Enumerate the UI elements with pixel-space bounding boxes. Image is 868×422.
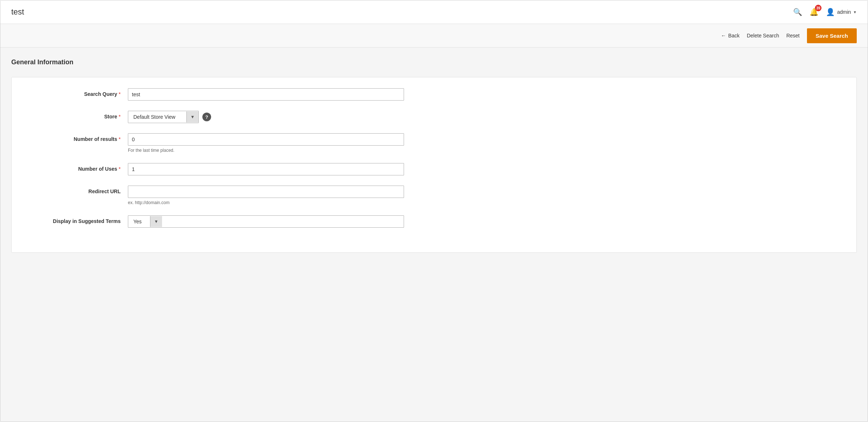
page-wrapper: test 🔍 🔔 39 👤 admin ▼ ← Back Delete Sear… xyxy=(0,0,868,422)
redirect-url-label: Redirect URL xyxy=(88,188,121,194)
store-select-container[interactable]: Default Store View ▼ xyxy=(128,111,199,123)
user-name: admin xyxy=(837,9,851,15)
arrow-left-icon: ← xyxy=(721,33,726,38)
store-row: Store * Default Store View ▼ ? xyxy=(26,111,842,123)
search-query-label-wrapper: Search Query * xyxy=(26,88,128,97)
search-query-field-wrapper xyxy=(128,88,404,101)
num-results-label-wrapper: Number of results * xyxy=(26,133,128,142)
back-label: Back xyxy=(728,33,739,38)
page-title: test xyxy=(11,7,24,17)
num-uses-input[interactable] xyxy=(128,163,404,175)
user-menu[interactable]: 👤 admin ▼ xyxy=(826,8,857,16)
store-field-wrapper: Default Store View ▼ ? xyxy=(128,111,404,123)
user-icon: 👤 xyxy=(826,8,835,16)
store-label-wrapper: Store * xyxy=(26,111,128,119)
search-query-label: Search Query xyxy=(84,91,117,97)
save-search-button[interactable]: Save Search xyxy=(807,28,857,43)
num-uses-row: Number of Uses * xyxy=(26,163,842,175)
num-results-input[interactable] xyxy=(128,133,404,146)
num-uses-required: * xyxy=(119,166,121,172)
form-section: Search Query * Store * Default Store Vie… xyxy=(11,77,857,253)
delete-search-button[interactable]: Delete Search xyxy=(747,33,779,38)
num-results-label: Number of results xyxy=(74,136,117,142)
back-button[interactable]: ← Back xyxy=(721,33,739,38)
num-uses-label: Number of Uses xyxy=(78,166,117,172)
redirect-url-input[interactable] xyxy=(128,186,404,198)
search-query-input[interactable] xyxy=(128,88,404,101)
store-select-dropdown-button[interactable]: ▼ xyxy=(186,111,198,122)
action-bar: ← Back Delete Search Reset Save Search xyxy=(0,24,868,48)
main-content: General Information Search Query * Store… xyxy=(0,48,868,264)
num-results-field-wrapper: For the last time placed. xyxy=(128,133,404,153)
suggested-terms-value: Yes xyxy=(128,216,150,227)
notification-badge: 39 xyxy=(815,5,821,11)
num-results-row: Number of results * For the last time pl… xyxy=(26,133,842,153)
notification-bell[interactable]: 🔔 39 xyxy=(810,8,819,16)
suggested-terms-label: Display in Suggested Terms xyxy=(53,218,121,224)
suggested-terms-dropdown-button[interactable]: ▼ xyxy=(150,216,162,227)
search-query-row: Search Query * xyxy=(26,88,842,101)
store-label: Store xyxy=(104,114,117,119)
num-results-required: * xyxy=(119,136,121,142)
section-title: General Information xyxy=(11,58,857,66)
store-select-value: Default Store View xyxy=(128,111,186,123)
num-results-hint: For the last time placed. xyxy=(128,148,404,153)
redirect-url-field-wrapper: ex. http://domain.com xyxy=(128,186,404,205)
search-query-required: * xyxy=(119,91,121,97)
redirect-url-row: Redirect URL ex. http://domain.com xyxy=(26,186,842,205)
redirect-url-label-wrapper: Redirect URL xyxy=(26,186,128,194)
redirect-url-hint: ex. http://domain.com xyxy=(128,200,404,205)
suggested-terms-field-wrapper: Yes ▼ xyxy=(128,215,404,228)
chevron-down-icon: ▼ xyxy=(853,10,857,14)
reset-button[interactable]: Reset xyxy=(786,33,800,38)
search-icon[interactable]: 🔍 xyxy=(793,8,802,16)
suggested-terms-select[interactable]: Yes ▼ xyxy=(128,215,404,228)
store-required: * xyxy=(119,114,121,119)
num-uses-field-wrapper xyxy=(128,163,404,175)
header: test 🔍 🔔 39 👤 admin ▼ xyxy=(0,0,868,24)
header-right: 🔍 🔔 39 👤 admin ▼ xyxy=(793,8,857,16)
num-uses-label-wrapper: Number of Uses * xyxy=(26,163,128,172)
help-icon[interactable]: ? xyxy=(202,113,211,121)
suggested-terms-row: Display in Suggested Terms Yes ▼ xyxy=(26,215,842,228)
suggested-terms-label-wrapper: Display in Suggested Terms xyxy=(26,215,128,224)
store-select-wrapper: Default Store View ▼ ? xyxy=(128,111,404,123)
